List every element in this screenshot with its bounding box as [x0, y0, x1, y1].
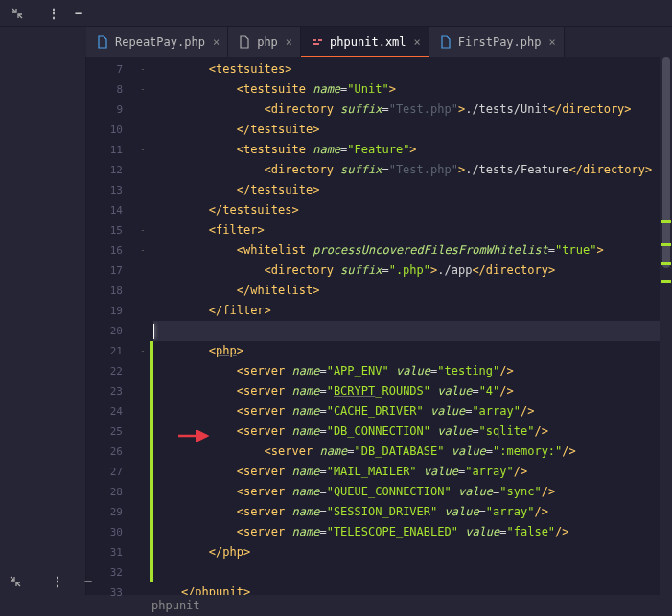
code-line[interactable]: <server name="DB_CONNECTION" value="sqli… — [153, 422, 672, 442]
line-number: 12 — [86, 160, 136, 180]
code-line[interactable]: </whitelist> — [153, 281, 672, 301]
left-tool-strip: ⋮ — — [0, 57, 86, 595]
code-line[interactable]: <server name="DB_DATABASE" value=":memor… — [153, 442, 672, 462]
fold-toggle[interactable]: - — [136, 220, 150, 240]
fold-toggle — [136, 281, 150, 301]
line-number: 16 — [86, 240, 136, 261]
code-line[interactable]: </php> — [153, 542, 672, 562]
line-number: 31 — [86, 542, 136, 562]
more-icon[interactable]: ⋮ — [44, 4, 63, 23]
line-number: 19 — [86, 301, 136, 321]
tab-label: RepeatPay.php — [115, 35, 205, 49]
code-line[interactable]: <testsuite name="Unit"> — [153, 80, 672, 100]
fold-toggle[interactable]: - — [136, 140, 150, 160]
line-number: 20 — [86, 321, 136, 341]
code-line[interactable]: <server name="CACHE_DRIVER" value="array… — [153, 401, 672, 422]
code-line[interactable]: <server name="TELESCOPE_ENABLED" value="… — [153, 522, 672, 542]
code-line[interactable]: </phpunit> — [153, 582, 672, 595]
file-icon — [96, 35, 109, 49]
code-line[interactable]: </testsuite> — [153, 120, 672, 140]
code-line[interactable]: </testsuites> — [153, 200, 672, 220]
line-number: 21 — [86, 341, 136, 361]
fold-toggle — [136, 582, 150, 603]
line-number: 22 — [86, 361, 136, 381]
fold-toggle — [136, 502, 150, 522]
fold-toggle[interactable]: - — [136, 240, 150, 261]
line-number: 8 — [86, 80, 136, 100]
fold-toggle — [136, 361, 150, 381]
code-line[interactable]: <testsuites> — [153, 59, 672, 80]
fold-toggle — [136, 160, 150, 180]
scroll-marker[interactable] — [661, 262, 671, 265]
text-caret — [153, 324, 154, 339]
svg-rect-2 — [318, 39, 322, 41]
fold-toggle — [136, 401, 150, 422]
fold-toggle — [136, 482, 150, 502]
line-number: 11 — [86, 140, 136, 160]
minimize-icon[interactable]: — — [69, 4, 88, 23]
code-line[interactable] — [153, 321, 672, 341]
tab-php[interactable]: php× — [228, 27, 301, 57]
code-line[interactable]: <server name="BCRYPT_ROUNDS" value="4"/> — [153, 381, 672, 401]
minimize-icon[interactable]: — — [79, 572, 98, 591]
close-icon[interactable]: × — [549, 35, 556, 49]
code-line[interactable]: <testsuite name="Feature"> — [153, 140, 672, 160]
close-icon[interactable]: × — [286, 35, 292, 49]
fold-toggle — [136, 542, 150, 562]
line-number: 30 — [86, 522, 136, 542]
fold-toggle — [136, 442, 150, 462]
tab-phpunit-xml[interactable]: phpunit.xml× — [301, 27, 429, 57]
breadcrumb[interactable]: phpunit — [151, 599, 200, 612]
scroll-marker[interactable] — [661, 243, 671, 246]
fold-toggle — [136, 180, 150, 200]
fold-toggle — [136, 301, 150, 321]
line-number: 13 — [86, 180, 136, 200]
collapse-icon[interactable] — [6, 572, 25, 591]
scroll-marker[interactable] — [661, 220, 671, 223]
fold-gutter[interactable]: ------ — [136, 57, 150, 595]
line-number: 24 — [86, 401, 136, 422]
collapse-icon[interactable] — [8, 4, 27, 23]
code-line[interactable]: </filter> — [153, 301, 672, 321]
code-line[interactable]: <filter> — [153, 220, 672, 240]
fold-toggle — [136, 522, 150, 542]
fold-toggle[interactable]: - — [136, 341, 150, 361]
code-line[interactable]: <directory suffix=".php">./app</director… — [153, 261, 672, 281]
file-icon — [311, 35, 324, 49]
code-line[interactable]: </testsuite> — [153, 180, 672, 200]
fold-toggle — [136, 381, 150, 401]
code-line[interactable]: <whitelist processUncoveredFilesFromWhit… — [153, 240, 672, 261]
svg-rect-1 — [313, 43, 319, 45]
window-toolbar: ⋮ — — [0, 0, 672, 27]
close-icon[interactable]: × — [414, 35, 421, 49]
file-icon — [439, 35, 452, 49]
tab-firstpay-php[interactable]: FirstPay.php× — [429, 27, 565, 57]
code-line[interactable]: <php> — [153, 341, 672, 361]
vertical-scrollbar[interactable] — [660, 57, 672, 595]
scroll-marker[interactable] — [661, 280, 671, 283]
tab-repeatpay-php[interactable]: RepeatPay.php× — [86, 27, 228, 57]
close-icon[interactable]: × — [213, 35, 220, 49]
code-line[interactable]: <directory suffix="Test.php">./tests/Fea… — [153, 160, 672, 180]
code-line[interactable]: <directory suffix="Test.php">./tests/Uni… — [153, 100, 672, 120]
tab-label: php — [257, 35, 278, 49]
code-line[interactable]: <server name="APP_ENV" value="testing"/> — [153, 361, 672, 381]
line-number: 25 — [86, 422, 136, 442]
code-area[interactable]: <testsuites> <testsuite name="Unit"> <di… — [153, 57, 672, 595]
svg-rect-0 — [313, 39, 316, 41]
line-number: 17 — [86, 261, 136, 281]
line-number: 7 — [86, 59, 136, 80]
more-icon[interactable]: ⋮ — [48, 572, 67, 591]
editor: ⋮ — 789101112131415161718192021222324252… — [0, 57, 672, 595]
fold-toggle[interactable]: - — [136, 59, 150, 80]
scrollbar-thumb[interactable] — [662, 57, 670, 268]
code-line[interactable]: <server name="QUEUE_CONNECTION" value="s… — [153, 482, 672, 502]
line-number: 28 — [86, 482, 136, 502]
line-number: 14 — [86, 200, 136, 220]
code-line[interactable]: <server name="SESSION_DRIVER" value="arr… — [153, 502, 672, 522]
fold-toggle[interactable]: - — [136, 80, 150, 100]
code-line[interactable]: <server name="MAIL_MAILER" value="array"… — [153, 462, 672, 482]
line-number: 26 — [86, 442, 136, 462]
code-line[interactable] — [153, 562, 672, 582]
line-number: 29 — [86, 502, 136, 522]
